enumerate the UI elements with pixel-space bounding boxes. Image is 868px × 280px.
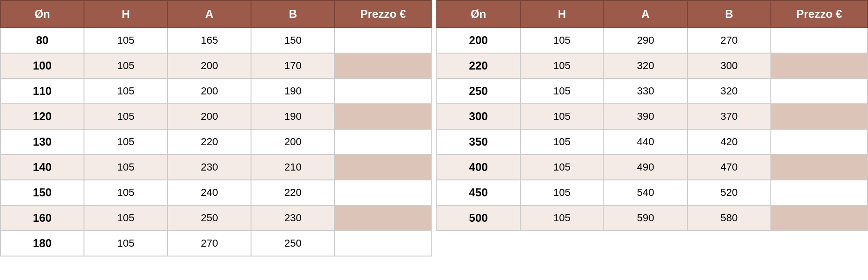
left-row-0-price [335, 28, 431, 53]
left-row-3-on: 120 [0, 104, 84, 129]
header-a2: A [604, 0, 687, 28]
header-prezzo2: Prezzo € [771, 0, 868, 28]
left-row-0-b: 150 [251, 28, 335, 53]
header-on1: Øn [0, 0, 84, 28]
header-b1: B [251, 0, 335, 28]
left-row-8-b: 250 [251, 231, 335, 256]
left-row-8-h: 105 [84, 231, 168, 256]
left-row-1-on: 100 [0, 53, 84, 78]
right-row-3-h: 105 [520, 104, 604, 129]
right-row-6-on: 450 [437, 180, 520, 205]
product-table: Øn H A B Prezzo € Øn H A B Prezzo € 8010… [0, 0, 868, 257]
left-row-5-on: 140 [0, 155, 84, 180]
right-row-3-on: 300 [437, 104, 520, 129]
right-row-2-h: 105 [520, 78, 604, 104]
right-row-1-h: 105 [520, 53, 604, 78]
left-row-8-a: 270 [168, 231, 251, 256]
left-row-6-price [335, 180, 431, 205]
right-row-2-on: 250 [437, 78, 520, 104]
right-row-5-price [771, 155, 868, 180]
left-row-5-b: 210 [251, 155, 335, 180]
left-row-7-a: 250 [168, 205, 251, 231]
right-row-0-price [771, 28, 868, 53]
header-prezzo1: Prezzo € [335, 0, 431, 28]
left-row-0-h: 105 [84, 28, 168, 53]
header-a1: A [168, 0, 251, 28]
right-row-6-a: 540 [604, 180, 687, 205]
left-row-1-b: 170 [251, 53, 335, 78]
left-row-4-on: 130 [0, 129, 84, 155]
right-row-5-on: 400 [437, 155, 520, 180]
right-row-7-price [771, 205, 868, 231]
left-row-1-a: 200 [168, 53, 251, 78]
left-row-2-a: 200 [168, 78, 251, 104]
left-row-8-price [335, 231, 431, 256]
right-row-0-h: 105 [520, 28, 604, 53]
left-row-8-on: 180 [0, 231, 84, 256]
right-row-4-price [771, 129, 868, 155]
right-row-4-h: 105 [520, 129, 604, 155]
left-row-1-price [335, 53, 431, 78]
right-row-2-a: 330 [604, 78, 687, 104]
header-h1: H [84, 0, 168, 28]
right-row-6-h: 105 [520, 180, 604, 205]
left-row-2-on: 110 [0, 78, 84, 104]
left-row-3-h: 105 [84, 104, 168, 129]
left-row-2-b: 190 [251, 78, 335, 104]
left-row-5-a: 230 [168, 155, 251, 180]
left-row-0-a: 165 [168, 28, 251, 53]
right-row-2-price [771, 78, 868, 104]
right-row-3-a: 390 [604, 104, 687, 129]
left-row-3-b: 190 [251, 104, 335, 129]
right-row-6-b: 520 [687, 180, 771, 205]
right-row-3-b: 370 [687, 104, 771, 129]
right-row-5-a: 490 [604, 155, 687, 180]
left-row-4-a: 220 [168, 129, 251, 155]
right-row-1-price [771, 53, 868, 78]
right-row-1-on: 220 [437, 53, 520, 78]
left-row-6-a: 240 [168, 180, 251, 205]
right-row-4-a: 440 [604, 129, 687, 155]
left-row-4-price [335, 129, 431, 155]
right-row-6-price [771, 180, 868, 205]
header-h2: H [520, 0, 604, 28]
header-on2: Øn [437, 0, 520, 28]
header-b2: B [687, 0, 771, 28]
left-row-2-price [335, 78, 431, 104]
right-row-4-on: 350 [437, 129, 520, 155]
left-row-4-h: 105 [84, 129, 168, 155]
right-row-2-b: 320 [687, 78, 771, 104]
right-row-7-on: 500 [437, 205, 520, 231]
right-row-7-a: 590 [604, 205, 687, 231]
left-row-5-h: 105 [84, 155, 168, 180]
left-row-5-price [335, 155, 431, 180]
right-row-5-h: 105 [520, 155, 604, 180]
right-row-0-on: 200 [437, 28, 520, 53]
left-row-7-b: 230 [251, 205, 335, 231]
left-row-3-price [335, 104, 431, 129]
right-row-0-b: 270 [687, 28, 771, 53]
right-row-5-b: 470 [687, 155, 771, 180]
right-row-0-a: 290 [604, 28, 687, 53]
left-row-6-on: 150 [0, 180, 84, 205]
right-row-7-h: 105 [520, 205, 604, 231]
left-row-1-h: 105 [84, 53, 168, 78]
left-row-2-h: 105 [84, 78, 168, 104]
right-row-3-price [771, 104, 868, 129]
right-row-1-a: 320 [604, 53, 687, 78]
left-row-4-b: 200 [251, 129, 335, 155]
left-row-7-on: 160 [0, 205, 84, 231]
left-row-3-a: 200 [168, 104, 251, 129]
left-row-0-on: 80 [0, 28, 84, 53]
right-row-7-b: 580 [687, 205, 771, 231]
right-row-4-b: 420 [687, 129, 771, 155]
left-row-6-b: 220 [251, 180, 335, 205]
right-row-1-b: 300 [687, 53, 771, 78]
left-row-7-price [335, 205, 431, 231]
left-row-6-h: 105 [84, 180, 168, 205]
left-row-7-h: 105 [84, 205, 168, 231]
